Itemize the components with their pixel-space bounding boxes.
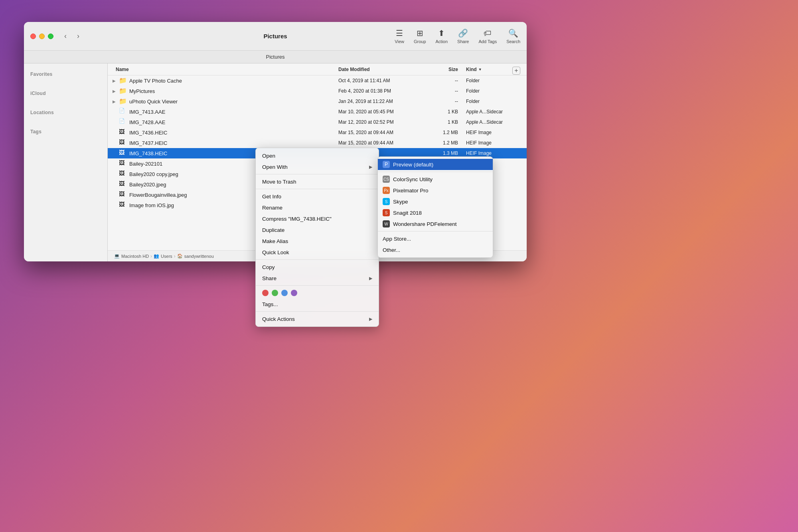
file-date: Oct 4, 2019 at 11:41 AM <box>338 78 426 83</box>
submenu-app-store[interactable]: App Store... <box>378 233 493 244</box>
column-headers: Name Date Modified Size Kind ▼ <box>108 63 527 75</box>
disclosure-icon: ▶ <box>113 99 117 104</box>
col-header-size[interactable]: Size <box>426 67 458 72</box>
file-row[interactable]: ▶ 📁 MyPictures Feb 4, 2020 at 01:38 PM -… <box>108 86 527 96</box>
submenu-separator <box>378 172 493 172</box>
tag-dot-red[interactable] <box>262 290 269 296</box>
ctx-duplicate[interactable]: Duplicate <box>256 224 379 235</box>
tab-bar: Pictures + <box>24 51 527 63</box>
ctx-separator <box>256 259 379 260</box>
col-header-date[interactable]: Date Modified <box>338 67 426 72</box>
minimize-button[interactable] <box>39 34 45 39</box>
file-name: IMG_7413.AAE <box>129 109 338 115</box>
ctx-copy[interactable]: Copy <box>256 261 379 273</box>
file-date: Jan 24, 2019 at 11:22 AM <box>338 99 426 104</box>
file-size: -- <box>426 88 458 94</box>
image-file-icon: 🖼 <box>119 149 127 157</box>
action-button[interactable]: ⬆ Action <box>436 28 448 44</box>
file-kind: Apple A...Sidecar <box>458 119 522 125</box>
share-button[interactable]: 🔗 Share <box>457 28 469 44</box>
col-header-name[interactable]: Name <box>113 67 338 72</box>
image-file-icon: 🖼 <box>119 170 127 178</box>
group-button[interactable]: ⊞ Group <box>414 28 426 44</box>
breadcrumb-user-label: sandywrittenou <box>184 254 214 259</box>
search-button[interactable]: 🔍 Search <box>506 28 520 44</box>
file-date: Mar 15, 2020 at 09:44 AM <box>338 140 426 146</box>
group-icon: ⊞ <box>417 28 423 38</box>
colorsync-app-icon: CS <box>383 176 390 183</box>
submenu-pixelmator[interactable]: Px Pixelmator Pro <box>378 185 493 196</box>
sidebar-section-locations: Locations <box>24 108 107 118</box>
tag-dot-blue[interactable] <box>281 290 288 296</box>
file-row[interactable]: ▶ 📄 IMG_7428.AAE Mar 12, 2020 at 02:52 P… <box>108 117 527 127</box>
view-button[interactable]: ☰ View <box>395 28 404 44</box>
close-button[interactable] <box>30 34 36 39</box>
breadcrumb-hd: 💻 <box>114 253 120 259</box>
submenu-arrow-icon: ▶ <box>369 316 372 322</box>
submenu-colorsync[interactable]: CS ColorSync Utility <box>378 174 493 185</box>
submenu-arrow-icon: ▶ <box>369 276 372 281</box>
file-date: Mar 15, 2020 at 09:44 AM <box>338 130 426 135</box>
back-button[interactable]: ‹ <box>60 31 71 42</box>
file-kind: Folder <box>458 99 522 104</box>
folder-icon: 📁 <box>119 87 127 95</box>
file-name: uPhoto Quick Viewer <box>129 99 338 105</box>
file-row[interactable]: ▶ 📁 Apple TV Photo Cache Oct 4, 2019 at … <box>108 75 527 86</box>
ctx-separator <box>256 311 379 312</box>
file-size: 1.2 MB <box>426 140 458 146</box>
tab-pictures[interactable]: Pictures <box>266 54 285 60</box>
ctx-move-to-trash[interactable]: Move to Trash <box>256 176 379 187</box>
titlebar: ‹ › Pictures ☰ View ⊞ Group ⬆ Action 🔗 S… <box>24 22 527 51</box>
ctx-compress[interactable]: Compress "IMG_7438.HEIC" <box>256 213 379 224</box>
file-name: IMG_7428.AAE <box>129 119 338 125</box>
ctx-quick-look[interactable]: Quick Look <box>256 247 379 258</box>
ctx-separator <box>256 174 379 174</box>
forward-button[interactable]: › <box>73 31 84 42</box>
ctx-open[interactable]: Open <box>256 150 379 161</box>
file-kind: HEIF Image <box>458 130 522 135</box>
image-file-icon: 🖼 <box>119 201 127 209</box>
submenu-separator <box>378 231 493 231</box>
file-size: 1.3 MB <box>426 150 458 156</box>
tag-icon: 🏷 <box>484 29 492 38</box>
file-name: IMG_7437.HEIC <box>129 140 338 146</box>
file-size: -- <box>426 78 458 83</box>
nav-buttons: ‹ › <box>60 31 84 42</box>
submenu-snagit[interactable]: S Snagit 2018 <box>378 207 493 218</box>
file-date: Mar 10, 2020 at 05:45 PM <box>338 109 426 115</box>
submenu-arrow-icon: ▶ <box>369 164 372 170</box>
fullscreen-button[interactable] <box>48 34 53 39</box>
skype-app-icon: S <box>383 198 390 205</box>
ctx-tags[interactable]: Tags... <box>256 299 379 310</box>
image-file-icon: 🖼 <box>119 180 127 188</box>
add-tab-button[interactable]: + <box>512 67 520 75</box>
sidebar-section-tags: Tags <box>24 127 107 137</box>
ctx-get-info[interactable]: Get Info <box>256 191 379 202</box>
submenu-wondershare[interactable]: W Wondershare PDFelement <box>378 218 493 229</box>
disclosure-icon: ▶ <box>113 89 117 93</box>
file-row[interactable]: ▶ 🖼 IMG_7436.HEIC Mar 15, 2020 at 09:44 … <box>108 127 527 138</box>
ctx-rename[interactable]: Rename <box>256 202 379 213</box>
ctx-share[interactable]: Share ▶ <box>256 273 379 284</box>
image-file-icon: 🖼 <box>119 129 127 136</box>
breadcrumb-user-icon: 🏠 <box>177 253 183 259</box>
pixelmator-app-icon: Px <box>383 187 390 194</box>
tag-dot-green[interactable] <box>272 290 278 296</box>
image-file-icon: 🖼 <box>119 191 127 199</box>
ctx-make-alias[interactable]: Make Alias <box>256 235 379 247</box>
file-row[interactable]: ▶ 🖼 IMG_7437.HEIC Mar 15, 2020 at 09:44 … <box>108 138 527 148</box>
ctx-open-with[interactable]: Open With ▶ <box>256 161 379 172</box>
file-name: IMG_7436.HEIC <box>129 130 338 136</box>
submenu-preview[interactable]: P Preview (default) <box>378 159 493 170</box>
file-size: -- <box>426 99 458 104</box>
file-row[interactable]: ▶ 📁 uPhoto Quick Viewer Jan 24, 2019 at … <box>108 96 527 107</box>
submenu-other[interactable]: Other... <box>378 244 493 255</box>
sort-chevron-icon: ▼ <box>478 67 482 71</box>
add-tags-button[interactable]: 🏷 Add Tags <box>478 29 497 44</box>
aae-file-icon: 📄 <box>119 108 127 116</box>
ctx-quick-actions[interactable]: Quick Actions ▶ <box>256 313 379 324</box>
tag-dot-purple[interactable] <box>291 290 297 296</box>
action-icon: ⬆ <box>438 28 445 38</box>
file-row[interactable]: ▶ 📄 IMG_7413.AAE Mar 10, 2020 at 05:45 P… <box>108 107 527 117</box>
submenu-skype[interactable]: S Skype <box>378 196 493 207</box>
